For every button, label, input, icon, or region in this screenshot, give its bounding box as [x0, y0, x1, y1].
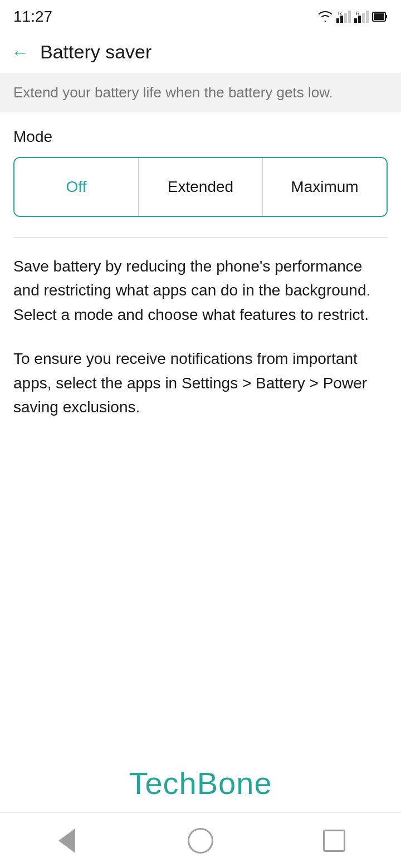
- page-title: Battery saver: [40, 41, 151, 63]
- svg-rect-11: [385, 15, 387, 18]
- mode-label: Mode: [13, 128, 388, 146]
- svg-rect-3: [348, 11, 351, 23]
- mode-option-extended[interactable]: Extended: [139, 158, 263, 216]
- back-button[interactable]: ←: [11, 43, 29, 61]
- svg-rect-6: [358, 16, 361, 23]
- mode-selector: Off Extended Maximum: [13, 157, 388, 217]
- mode-option-maximum[interactable]: Maximum: [263, 158, 387, 216]
- svg-rect-2: [344, 13, 347, 23]
- mode-option-off[interactable]: Off: [14, 158, 139, 216]
- header: ← Battery saver: [0, 31, 401, 73]
- nav-bar: [0, 812, 401, 868]
- svg-rect-7: [362, 13, 365, 23]
- nav-home-button[interactable]: [185, 825, 216, 856]
- status-icons: R R: [317, 11, 388, 23]
- status-time: 11:27: [13, 8, 52, 26]
- recent-square-icon: [323, 830, 345, 852]
- main-content: Mode Off Extended Maximum Save battery b…: [0, 112, 401, 435]
- signal2-icon: R: [354, 11, 369, 23]
- divider: [13, 237, 388, 238]
- description-text: Extend your battery life when the batter…: [13, 84, 333, 101]
- battery-icon: [372, 11, 388, 23]
- svg-text:R: R: [338, 11, 342, 16]
- svg-rect-12: [374, 13, 384, 20]
- svg-rect-1: [340, 16, 343, 23]
- info-text-secondary: To ensure you receive notifications from…: [13, 347, 388, 419]
- status-bar: 11:27 R R: [0, 0, 401, 31]
- description-banner: Extend your battery life when the batter…: [0, 73, 401, 112]
- nav-back-button[interactable]: [52, 825, 82, 856]
- wifi-icon: [317, 11, 333, 23]
- nav-recent-button[interactable]: [319, 825, 350, 856]
- watermark: TechBone: [0, 765, 401, 801]
- info-text-primary: Save battery by reducing the phone's per…: [13, 254, 388, 327]
- home-circle-icon: [188, 828, 213, 854]
- signal1-icon: R: [336, 11, 351, 23]
- svg-rect-8: [366, 11, 369, 23]
- svg-rect-5: [354, 18, 357, 23]
- svg-rect-0: [336, 18, 339, 23]
- svg-text:R: R: [356, 11, 360, 16]
- back-triangle-icon: [58, 828, 75, 853]
